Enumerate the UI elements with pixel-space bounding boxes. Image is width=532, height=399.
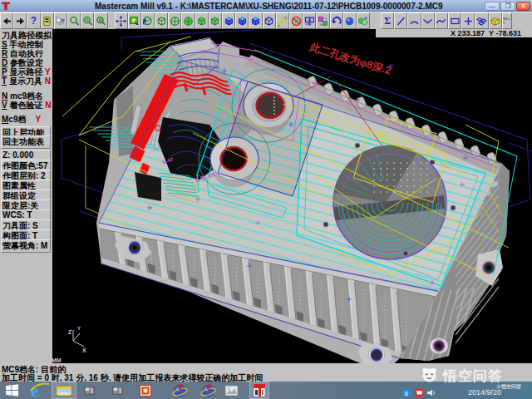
svg-text:X: X <box>82 347 86 353</box>
svg-text:8: 8 <box>405 390 409 397</box>
svg-text:MM: MM <box>52 357 62 363</box>
svg-text:Z: Z <box>68 329 72 335</box>
svg-text:Y: Y <box>77 326 81 331</box>
svg-text:B: B <box>99 17 103 22</box>
svg-text:?: ? <box>61 17 65 25</box>
svg-text:此二孔改为φ8深.2: 此二孔改为φ8深.2 <box>308 41 392 76</box>
